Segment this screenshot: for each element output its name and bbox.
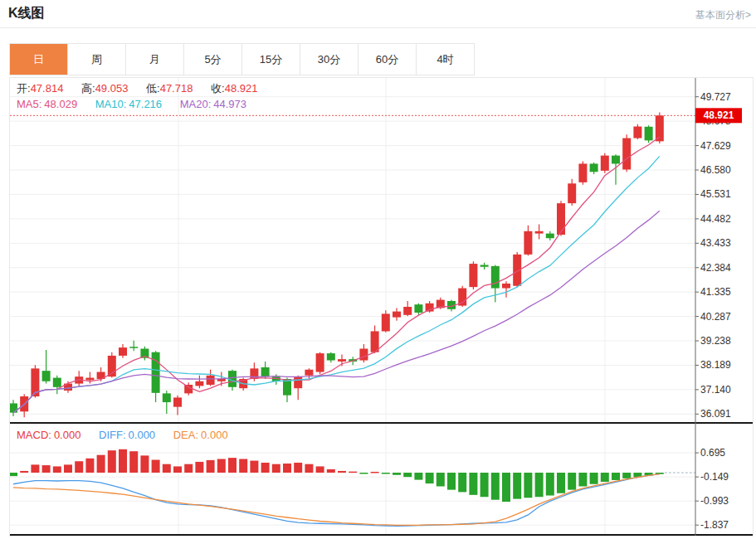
macd-bar: [195, 462, 203, 473]
tab-4hour[interactable]: 4时: [417, 44, 474, 75]
macd-bar: [359, 473, 368, 474]
candle-body: [316, 353, 324, 371]
macd-bar: [10, 473, 17, 476]
macd-label: MACD:: [17, 429, 51, 441]
period-tabbar: 日 周 月 5分 15分 30分 60分 4时: [9, 43, 475, 75]
kline-chart[interactable]: 49.72748.67847.62946.58045.53144.48243.4…: [10, 78, 753, 536]
candle-body: [207, 376, 215, 385]
candle-body: [414, 304, 422, 313]
macd-bar: [437, 473, 445, 487]
macd-bar: [502, 473, 510, 502]
candle-body: [163, 393, 171, 402]
candle-body: [173, 397, 182, 406]
macd-bar: [524, 473, 532, 498]
high-label: 高:: [81, 82, 95, 95]
candle-body: [601, 156, 609, 171]
macd-bar: [119, 449, 127, 473]
candle-body: [403, 307, 412, 315]
candle-body: [53, 378, 61, 387]
price-marker-value: 48.921: [704, 109, 734, 121]
macd-bar: [327, 469, 335, 473]
macd-bar: [590, 473, 598, 484]
macd-bar: [349, 472, 357, 473]
macd-bar: [97, 455, 105, 473]
candle-body: [327, 353, 335, 360]
candle-body: [546, 234, 554, 239]
dea-label: DEA:: [173, 429, 198, 441]
candle-body: [228, 371, 237, 387]
macd-bar: [578, 473, 587, 487]
macd-bar: [239, 459, 247, 473]
macd-bar: [480, 473, 489, 497]
macd-bar: [612, 473, 620, 480]
macd-axis-label: 0.695: [700, 447, 725, 459]
macd-value: 0.000: [54, 429, 81, 441]
candle-body: [85, 378, 94, 381]
candle-body: [261, 367, 270, 376]
candle-body: [393, 312, 401, 318]
dea-value: 0.000: [201, 429, 228, 441]
macd-bar: [207, 460, 215, 473]
tab-day[interactable]: 日: [10, 44, 68, 75]
macd-bar: [491, 473, 500, 500]
macd-bar: [305, 464, 313, 473]
macd-bar: [382, 473, 390, 474]
y-axis-label: 49.727: [700, 91, 731, 103]
ohlc-legend: 开:47.814 高:49.053 低:47.718 收:48.921: [17, 81, 272, 96]
macd-bar: [426, 473, 434, 483]
candle-body: [568, 183, 576, 203]
candle-body: [119, 347, 127, 356]
tab-5min[interactable]: 5分: [184, 44, 242, 75]
macd-bar: [228, 458, 237, 473]
candle-body: [612, 156, 620, 164]
tab-30min[interactable]: 30分: [300, 44, 358, 75]
candle-body: [305, 370, 313, 376]
candle-body: [557, 203, 565, 235]
macd-bar: [140, 455, 149, 473]
tab-15min[interactable]: 15分: [242, 44, 300, 75]
macd-bar: [53, 466, 61, 473]
macd-bar: [338, 471, 346, 473]
macd-bar: [414, 473, 422, 480]
y-axis-label: 41.335: [700, 286, 731, 298]
macd-bar: [42, 465, 51, 473]
macd-bar: [656, 473, 664, 474]
kline-page: K线图 基本面分析> 日 周 月 5分 15分 30分 60分 4时 49.72…: [0, 0, 756, 539]
macd-bar: [469, 473, 477, 495]
y-axis-label: 36.091: [700, 408, 731, 420]
fundamental-analysis-link[interactable]: 基本面分析>: [695, 8, 751, 22]
diff-value: 0.000: [129, 429, 156, 441]
page-title: K线图: [8, 5, 45, 22]
macd-bar: [250, 461, 258, 473]
macd-axis-label: -1.837: [700, 519, 729, 531]
macd-bar: [283, 464, 291, 473]
candle-body: [645, 127, 653, 141]
candle-body: [184, 385, 193, 393]
ma10-label: MA10:: [95, 98, 127, 110]
macd-bar: [20, 471, 28, 473]
header-divider: [0, 27, 756, 28]
open-value: 47.814: [31, 82, 64, 95]
tab-month[interactable]: 月: [126, 44, 184, 75]
candle-body: [491, 266, 500, 289]
low-label: 低:: [146, 82, 160, 95]
candle-body: [359, 349, 368, 361]
macd-bar: [294, 463, 302, 473]
low-value: 47.718: [160, 82, 193, 95]
candle-body: [42, 371, 51, 381]
chart-container: 49.72748.67847.62946.58045.53144.48243.4…: [9, 77, 754, 537]
candle-body: [129, 347, 138, 348]
macd-bar: [447, 473, 456, 490]
candle-body: [10, 403, 17, 412]
ma20-label: MA20:: [180, 98, 212, 110]
macd-bar: [601, 473, 609, 482]
tab-week[interactable]: 周: [68, 44, 126, 75]
candle-body: [535, 231, 544, 234]
macd-axis-label: -0.149: [700, 471, 729, 483]
macd-bar: [458, 473, 466, 492]
tab-60min[interactable]: 60分: [358, 44, 417, 75]
open-label: 开:: [17, 82, 31, 95]
macd-bar: [546, 473, 554, 496]
close-value: 48.921: [225, 82, 258, 95]
y-axis-label: 42.384: [700, 262, 731, 274]
